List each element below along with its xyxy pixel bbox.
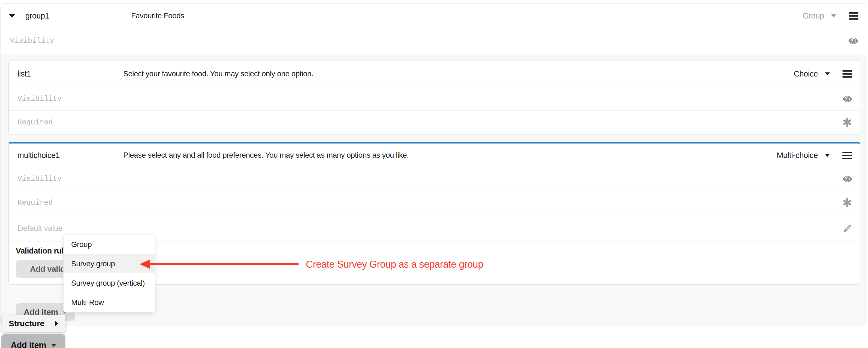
- group-header-row[interactable]: group1 Favourite Foods Group: [1, 4, 867, 28]
- visibility-eye-icon: [842, 96, 852, 102]
- group-type-label[interactable]: Group: [803, 11, 824, 21]
- item-type-label[interactable]: Multi-choice: [777, 151, 818, 160]
- group-menu-icon[interactable]: [849, 12, 859, 20]
- item-description: Select your favourite food. You may sele…: [123, 69, 794, 78]
- menu-item-group[interactable]: Group: [64, 235, 155, 254]
- menu-item-multi-row[interactable]: Multi-Row: [64, 293, 155, 312]
- annotation-arrow-line: [149, 263, 299, 265]
- group-title: Favourite Foods: [131, 11, 803, 20]
- edit-pencil-icon: [843, 223, 852, 233]
- visibility-eye-icon: [842, 176, 852, 182]
- item-type-caret-icon[interactable]: [825, 72, 830, 75]
- visibility-placeholder[interactable]: Visibility: [18, 95, 62, 103]
- structure-submenu: Group Survey group Survey group (vertica…: [63, 234, 155, 313]
- item-type-label[interactable]: Choice: [794, 69, 818, 78]
- required-placeholder[interactable]: Required: [18, 199, 53, 207]
- item-required-row[interactable]: Required ✱: [9, 110, 860, 135]
- annotation-text: Create Survey Group as a separate group: [306, 259, 483, 270]
- menu-item-survey-group-vertical[interactable]: Survey group (vertical): [64, 273, 155, 293]
- default-value-placeholder[interactable]: Default value: [18, 224, 62, 233]
- submenu-arrow-icon: [55, 321, 58, 326]
- item-description: Please select any and all food preferenc…: [123, 151, 777, 160]
- add-item-button-bottom[interactable]: Add item: [1, 335, 65, 348]
- collapse-caret-icon[interactable]: [9, 14, 15, 18]
- item-menu-icon[interactable]: [842, 152, 852, 159]
- item-menu-icon[interactable]: [842, 70, 852, 78]
- item-visibility-row[interactable]: Visibility: [9, 88, 860, 110]
- menu-item-structure[interactable]: Structure: [2, 315, 65, 332]
- item-header-row[interactable]: list1 Select your favourite food. You ma…: [9, 61, 860, 88]
- item-card-list1[interactable]: list1 Select your favourite food. You ma…: [8, 60, 860, 135]
- visibility-placeholder[interactable]: Visibility: [18, 175, 62, 183]
- item-name: list1: [18, 69, 123, 78]
- structure-label: Structure: [9, 319, 44, 328]
- add-item-label: Add item: [11, 340, 46, 348]
- annotation-arrowhead-icon: [140, 259, 150, 269]
- required-asterisk-icon: ✱: [842, 197, 852, 209]
- group-visibility-row[interactable]: Visibility: [1, 28, 867, 54]
- group-type-caret-icon[interactable]: [831, 14, 836, 18]
- visibility-eye-icon: [848, 37, 859, 44]
- item-name: multichoice1: [18, 151, 123, 160]
- group-visibility-placeholder[interactable]: Visibility: [10, 37, 54, 45]
- item-header-row[interactable]: multichoice1 Please select any and all f…: [9, 143, 860, 167]
- add-item-caret-icon: [51, 344, 56, 347]
- required-asterisk-icon: ✱: [842, 116, 852, 129]
- group-name: group1: [25, 11, 131, 21]
- required-placeholder[interactable]: Required: [18, 118, 53, 127]
- item-visibility-row[interactable]: Visibility: [9, 167, 860, 191]
- item-required-row[interactable]: Required ✱: [9, 191, 860, 215]
- item-type-caret-icon[interactable]: [825, 154, 830, 157]
